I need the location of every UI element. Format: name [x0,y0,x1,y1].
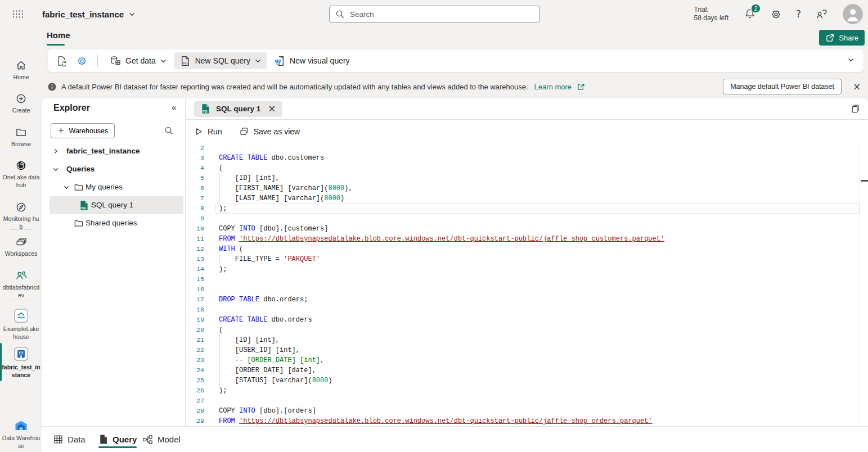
indent-guide [219,355,220,365]
code-line-18[interactable]: 18 [186,305,868,315]
learn-more-link[interactable]: Learn more [534,83,572,91]
rail-item-workspaces[interactable]: Workspaces [0,236,42,258]
code-line-20[interactable]: 20( [186,325,868,335]
code-line-6[interactable]: 6 [FIRST_NAME] [varchar](8000), [186,183,868,193]
code-text: [STATUS] [varchar](8000) [214,376,332,386]
view-tab-data[interactable]: Data [53,427,86,452]
workspace-switcher[interactable]: fabric_test_instance [42,0,136,28]
tree-item-fabric-test-instance[interactable]: fabric_test_instance [42,142,185,160]
code-line-14[interactable]: 14); [186,264,868,274]
warehouse-settings-button[interactable] [73,52,91,69]
refresh-query-button[interactable] [52,52,70,69]
ribbon-toolbar: Get data SQL New SQL query New visual qu… [48,49,863,72]
gear-icon [770,8,782,20]
share-button[interactable]: Share [819,30,865,46]
tab-close-button[interactable]: × [268,104,276,114]
copy-button[interactable] [850,104,860,116]
code-line-5[interactable]: 5 [ID] [int], [186,173,868,183]
line-number: 27 [186,396,214,406]
code-line-7[interactable]: 7 [LAST_NAME] [varchar](8000) [186,193,868,204]
editor-scrollbar[interactable] [860,143,860,426]
code-line-19[interactable]: 19CREATE TABLE dbo.orders [186,315,868,325]
rail-item-data-warehouse[interactable]: Data Warehouse [0,419,42,450]
code-line-9[interactable]: 9 [186,214,868,224]
code-line-21[interactable]: 21 [ID] [int], [186,335,868,345]
notifications-button[interactable]: 2 [744,8,756,20]
rail-item-monitoring-hub[interactable]: Monitoring hub [0,201,42,230]
code-line-2[interactable]: 2 [186,143,868,153]
chevron-down-icon[interactable] [52,166,59,173]
line-number: 16 [186,284,214,295]
lakehouse-icon [0,308,42,323]
code-line-10[interactable]: 10COPY INTO [dbo].[customers] [186,224,868,234]
new-sql-query-button[interactable]: SQL New SQL query [174,52,267,69]
search-input[interactable] [350,10,534,19]
rail-item-onelake-data-hub[interactable]: OneLake data hub [0,160,42,189]
code-line-11[interactable]: 11FROM 'https://dbtlabsynapsedatalake.bl… [186,234,868,244]
code-editor[interactable]: 23CREATE TABLE dbo.customers4(5 [ID] [in… [186,143,868,426]
tree-item-my-queries[interactable]: My queries [42,178,185,196]
tree-item-queries[interactable]: Queries [42,160,185,178]
rail-item-browse[interactable]: Browse [0,126,42,148]
rail-item-create[interactable]: Create [0,93,42,115]
code-line-3[interactable]: 3CREATE TABLE dbo.customers [186,153,868,163]
avatar[interactable] [843,4,863,24]
navigation-rail: HomeCreateBrowseOneLake data hubMonitori… [0,28,42,452]
line-number: 22 [186,345,214,355]
run-button[interactable]: Run [194,127,222,136]
close-icon: × [268,104,276,114]
tree-item-shared-queries[interactable]: Shared queries [42,214,185,232]
manage-dataset-button[interactable]: Manage default Power BI dataset [723,79,842,94]
code-line-23[interactable]: 23 -- [ORDER_DATE] [int], [186,355,868,365]
code-line-12[interactable]: 12WITH ( [186,244,868,254]
tab-sql-query-1[interactable]: SQL SQL query 1 × [194,101,282,117]
line-number: 11 [186,234,214,244]
view-tab-query[interactable]: Query [98,427,137,452]
settings-button[interactable] [770,8,782,20]
code-line-8[interactable]: 8); [186,204,868,214]
tab-home[interactable]: Home [47,30,70,40]
get-data-button[interactable]: Get data [105,52,172,69]
chevron-down-icon[interactable] [63,184,70,191]
overview-ruler-cursor [861,180,868,182]
code-line-29[interactable]: 29FROM 'https://dbtlabsynapsedatalake.bl… [186,416,868,426]
ribbon-expand-button[interactable] [847,56,854,65]
code-line-13[interactable]: 13 FILE_TYPE = 'PARQUET' [186,254,868,264]
code-line-16[interactable]: 16 [186,284,868,295]
rail-item-dbtlabsfabricdev[interactable]: dbtlabsfabricdev [0,270,42,299]
code-line-25[interactable]: 25 [STATUS] [varchar](8000) [186,376,868,386]
explorer-search-button[interactable] [164,126,174,137]
indent-guide [219,173,220,183]
rail-item-fabric-test-instance[interactable]: fabric_test_instance [0,346,42,379]
code-text: FILE_TYPE = 'PARQUET' [214,254,320,264]
app-launcher-icon[interactable] [10,6,26,22]
code-line-17[interactable]: 17DROP TABLE dbo.orders; [186,295,868,305]
query-editor-pane: SQL SQL query 1 × Run Save as view 23CRE… [186,98,868,426]
code-line-26[interactable]: 26); [186,386,868,396]
indent-guide [219,376,220,386]
collapse-panel-button[interactable]: « [171,103,177,112]
code-text: ( [214,325,223,335]
code-line-4[interactable]: 4( [186,163,868,173]
rail-item-examplelakehouse[interactable]: ExampleLakehouse [0,308,42,341]
view-tab-model[interactable]: Model [142,427,181,452]
save-as-view-button[interactable]: Save as view [239,126,300,137]
code-line-15[interactable]: 15 [186,274,868,284]
rail-item-home[interactable]: Home [0,60,42,82]
chevron-right-icon[interactable] [52,148,59,155]
code-line-24[interactable]: 24 [ORDER_DATE] [date], [186,365,868,376]
feedback-button[interactable] [815,8,829,20]
code-line-22[interactable]: 22 [USER_ID] [int], [186,345,868,355]
banner-close-button[interactable]: × [850,80,863,93]
code-line-27[interactable]: 27 [186,396,868,406]
code-line-28[interactable]: 28COPY INTO [dbo].[orders] [186,406,868,416]
monitoring-icon [0,201,42,213]
help-button[interactable]: ? [796,10,801,19]
code-text: [USER_ID] [int], [214,345,300,355]
new-visual-query-button[interactable]: New visual query [269,52,355,69]
add-warehouses-button[interactable]: + Warehouses [51,123,115,138]
line-number: 25 [186,376,214,386]
global-search[interactable] [329,6,540,22]
tree-item-sql-query-1[interactable]: SQLSQL query 1 [42,196,185,214]
line-number: 15 [186,274,214,284]
